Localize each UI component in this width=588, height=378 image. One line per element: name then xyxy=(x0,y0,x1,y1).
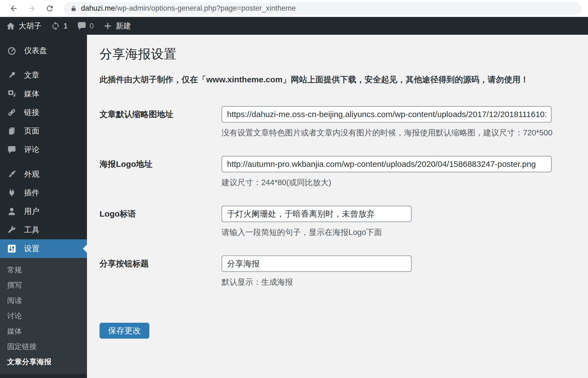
settings-form: 文章默认缩略图地址 没有设置文章特色图片或者文章内没有图片的时候，海报使用默认缩… xyxy=(100,106,555,339)
site-name: 大胡子 xyxy=(19,21,42,31)
field-help: 请输入一段简短的句子，显示在海报Logo下面 xyxy=(222,227,412,238)
field-help: 建议尺寸：244*80(或同比放大) xyxy=(222,177,552,188)
home-icon xyxy=(6,21,15,31)
lock-icon xyxy=(71,5,77,11)
plus-icon xyxy=(103,21,112,31)
settings-submenu: 常规 撰写 阅读 讨论 媒体 固定链接 文章分享海报 xyxy=(0,258,87,374)
sidebar-item-label: 外观 xyxy=(24,169,39,179)
pages-icon xyxy=(7,126,17,136)
plugin-notice: 此插件由大胡子制作，仅在「www.xintheme.com」网站上面提供下载，安… xyxy=(100,74,555,85)
field-label: 文章默认缩略图地址 xyxy=(100,106,222,138)
sidebar-item-users[interactable]: 用户 xyxy=(0,202,87,221)
wp-admin-bar: 大胡子 1 0 新建 xyxy=(0,17,588,35)
submenu-item-discussion[interactable]: 讨论 xyxy=(0,308,87,324)
back-arrow-icon xyxy=(9,4,18,13)
thumbnail-url-input[interactable] xyxy=(222,106,552,123)
forward-arrow-icon xyxy=(27,4,36,13)
plug-icon xyxy=(7,188,17,198)
comment-bubble-icon xyxy=(7,144,17,155)
sidebar-item-settings[interactable]: 设置 xyxy=(0,239,87,258)
paintbrush-icon xyxy=(7,169,17,179)
update-count: 1 xyxy=(63,22,68,30)
field-label: Logo标语 xyxy=(100,206,222,238)
field-help: 没有设置文章特色图片或者文章内没有图片的时候，海报使用默认缩略图，建议尺寸：72… xyxy=(222,127,552,138)
page-title: 分享海报设置 xyxy=(100,46,555,63)
sidebar-item-pages[interactable]: 页面 xyxy=(0,122,87,140)
url-path: /wp-admin/options-general.php?page=poste… xyxy=(115,4,296,12)
submenu-item-permalinks[interactable]: 固定链接 xyxy=(0,339,87,354)
submenu-item-writing[interactable]: 撰写 xyxy=(0,278,87,293)
admin-bar-updates[interactable]: 1 xyxy=(51,21,68,31)
sidebar-item-posts[interactable]: 文章 xyxy=(0,66,87,85)
field-label: 分享按钮标题 xyxy=(100,255,222,288)
field-label: 海报Logo地址 xyxy=(100,156,222,188)
sidebar-item-label: 工具 xyxy=(24,225,39,235)
sidebar-item-label: 页面 xyxy=(24,126,39,136)
sidebar-item-label: 评论 xyxy=(24,144,39,155)
wrench-icon xyxy=(7,225,17,235)
form-row-thumbnail-url: 文章默认缩略图地址 没有设置文章特色图片或者文章内没有图片的时候，海报使用默认缩… xyxy=(100,106,555,138)
settings-page: 分享海报设置 此插件由大胡子制作，仅在「www.xintheme.com」网站上… xyxy=(87,35,588,378)
comment-icon xyxy=(77,21,86,31)
address-bar[interactable]: dahuzi.me/wp-admin/options-general.php?p… xyxy=(63,2,581,15)
form-row-logo-slogan: Logo标语 请输入一段简短的句子，显示在海报Logo下面 xyxy=(100,206,555,238)
url-host: dahuzi.me xyxy=(81,4,115,12)
share-button-title-input[interactable] xyxy=(222,255,412,272)
save-button[interactable]: 保存更改 xyxy=(100,323,149,339)
logo-slogan-input[interactable] xyxy=(222,206,412,222)
sidebar-item-tools[interactable]: 工具 xyxy=(0,221,87,239)
admin-sidebar: 仪表盘 文章 媒体 链接 xyxy=(0,35,87,378)
url-text: dahuzi.me/wp-admin/options-general.php?p… xyxy=(81,4,296,13)
chain-link-icon xyxy=(7,107,17,118)
comment-count: 0 xyxy=(90,22,94,30)
submenu-item-media[interactable]: 媒体 xyxy=(0,324,87,339)
sidebar-item-label: 用户 xyxy=(24,206,39,217)
menu-separator xyxy=(0,60,87,66)
field-help: 默认显示：生成海报 xyxy=(222,277,412,288)
sidebar-item-label: 设置 xyxy=(24,243,39,254)
sidebar-item-dashboard[interactable]: 仪表盘 xyxy=(0,41,87,60)
browser-toolbar: dahuzi.me/wp-admin/options-general.php?p… xyxy=(0,0,588,17)
updates-icon xyxy=(51,21,60,31)
sidebar-item-plugins[interactable]: 插件 xyxy=(0,184,87,202)
reload-icon xyxy=(45,4,54,13)
submenu-item-general[interactable]: 常规 xyxy=(0,262,87,278)
sidebar-item-comments[interactable]: 评论 xyxy=(0,140,87,159)
admin-bar-site[interactable]: 大胡子 xyxy=(6,21,42,31)
browser-back-button[interactable] xyxy=(8,2,20,14)
form-row-share-button-title: 分享按钮标题 默认显示：生成海报 xyxy=(100,255,555,288)
dashboard-icon xyxy=(7,45,17,56)
media-icon xyxy=(7,89,17,99)
sidebar-item-label: 插件 xyxy=(24,188,39,198)
sidebar-item-links[interactable]: 链接 xyxy=(0,103,87,122)
user-icon xyxy=(7,206,17,217)
logo-url-input[interactable] xyxy=(222,156,552,172)
pushpin-icon xyxy=(7,70,17,80)
sidebar-item-media[interactable]: 媒体 xyxy=(0,85,87,103)
submenu-item-reading[interactable]: 阅读 xyxy=(0,293,87,308)
admin-bar-comments[interactable]: 0 xyxy=(77,21,94,31)
new-label: 新建 xyxy=(116,21,131,31)
browser-forward-button[interactable] xyxy=(26,2,38,14)
settings-sliders-icon xyxy=(7,243,17,254)
current-menu-arrow xyxy=(79,245,87,253)
browser-reload-button[interactable] xyxy=(44,2,56,14)
sidebar-item-label: 链接 xyxy=(24,107,39,118)
menu-separator xyxy=(0,159,87,165)
sidebar-item-label: 媒体 xyxy=(24,89,39,99)
sidebar-item-label: 文章 xyxy=(24,70,39,80)
admin-bar-new[interactable]: 新建 xyxy=(103,21,131,31)
form-row-logo-url: 海报Logo地址 建议尺寸：244*80(或同比放大) xyxy=(100,156,555,188)
sidebar-item-label: 仪表盘 xyxy=(24,45,47,56)
sidebar-item-appearance[interactable]: 外观 xyxy=(0,165,87,184)
submenu-item-poster[interactable]: 文章分享海报 xyxy=(0,354,87,370)
